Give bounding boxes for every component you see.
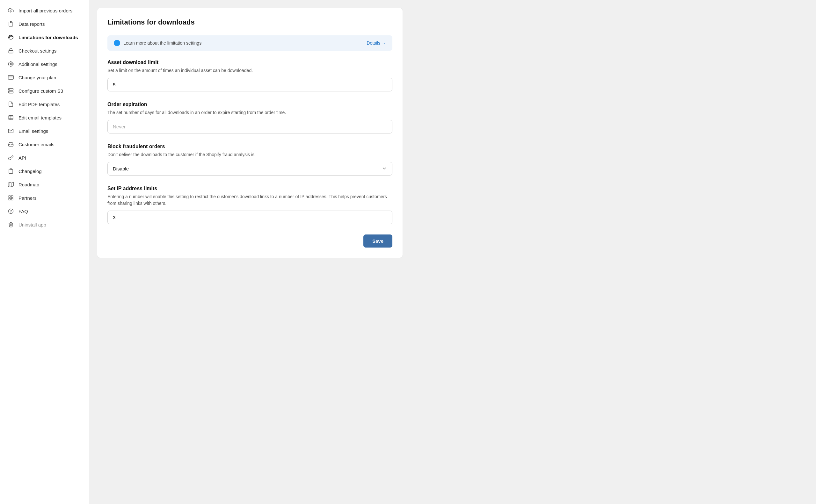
building-icon — [8, 195, 14, 201]
asset-download-limit-input[interactable] — [107, 78, 392, 91]
info-banner-text: Learn more about the limitation settings — [123, 40, 201, 46]
sections-container: Asset download limitSet a limit on the a… — [107, 60, 392, 224]
footer-actions: Save — [107, 234, 392, 248]
sidebar-item-import-orders[interactable]: Import all previous orders — [0, 4, 89, 17]
mail-icon — [8, 128, 14, 134]
svg-rect-21 — [11, 198, 13, 200]
sidebar-item-label: API — [18, 155, 26, 161]
sidebar-item-label: Configure custom S3 — [18, 88, 63, 94]
clipboard-icon — [8, 21, 14, 27]
svg-rect-10 — [9, 115, 13, 120]
main-content: Limitations for downloads i Learn more a… — [89, 0, 816, 504]
sidebar-item-edit-pdf[interactable]: Edit PDF templates — [0, 97, 89, 111]
sidebar-item-checkout-settings[interactable]: Checkout settings — [0, 44, 89, 57]
svg-rect-22 — [9, 198, 10, 200]
svg-point-3 — [10, 63, 12, 65]
hand-icon — [8, 34, 14, 40]
circle-question-icon — [8, 208, 14, 214]
sidebar-item-limitations[interactable]: Limitations for downloads — [0, 31, 89, 44]
sidebar-item-label: Data reports — [18, 21, 45, 27]
sidebar-item-label: FAQ — [18, 209, 28, 214]
section-order-expiration: Order expirationThe set number of days f… — [107, 102, 392, 133]
sidebar-item-email-settings[interactable]: Email settings — [0, 124, 89, 138]
sidebar-item-label: Partners — [18, 195, 37, 201]
svg-rect-19 — [9, 196, 10, 197]
key-icon — [8, 155, 14, 161]
sidebar-item-data-reports[interactable]: Data reports — [0, 17, 89, 31]
sidebar-item-label: Uninstall app — [18, 222, 46, 227]
section-description: Set a limit on the amount of times an in… — [107, 67, 392, 74]
section-title: Order expiration — [107, 102, 392, 107]
settings-card: Limitations for downloads i Learn more a… — [97, 8, 403, 258]
sidebar-item-label: Import all previous orders — [18, 8, 72, 13]
credit-card-icon — [8, 74, 14, 81]
sidebar-item-api[interactable]: API — [0, 151, 89, 164]
sidebar-item-label: Change your plan — [18, 75, 56, 80]
section-title: Asset download limit — [107, 60, 392, 65]
upload-icon — [8, 7, 14, 14]
server-icon — [8, 88, 14, 94]
map-icon — [8, 181, 14, 188]
save-button[interactable]: Save — [363, 234, 392, 248]
svg-rect-15 — [10, 169, 12, 170]
sidebar-item-additional-settings[interactable]: Additional settings — [0, 57, 89, 71]
sidebar-item-label: Edit email templates — [18, 115, 61, 120]
section-description: Entering a number will enable this setti… — [107, 193, 392, 207]
svg-rect-7 — [9, 91, 13, 93]
sidebar: Import all previous ordersData reportsLi… — [0, 0, 89, 504]
svg-rect-4 — [8, 76, 14, 79]
info-banner-left: i Learn more about the limitation settin… — [114, 40, 201, 46]
section-title: Block fraudulent orders — [107, 144, 392, 149]
sidebar-item-partners[interactable]: Partners — [0, 191, 89, 205]
sidebar-item-label: Checkout settings — [18, 48, 56, 54]
order-expiration-input[interactable] — [107, 120, 392, 133]
sidebar-item-customer-emails[interactable]: Customer emails — [0, 138, 89, 151]
sidebar-item-uninstall[interactable]: Uninstall app — [0, 218, 89, 231]
info-banner: i Learn more about the limitation settin… — [107, 35, 392, 51]
section-title: Set IP address limits — [107, 186, 392, 191]
svg-point-23 — [9, 209, 13, 214]
sidebar-item-faq[interactable]: FAQ — [0, 205, 89, 218]
inbox-icon — [8, 141, 14, 148]
sidebar-item-configure-s3[interactable]: Configure custom S3 — [0, 84, 89, 97]
lock-icon — [8, 47, 14, 54]
ip-address-limits-input[interactable] — [107, 211, 392, 224]
section-description: Don't deliver the downloads to the custo… — [107, 151, 392, 158]
gear-icon — [8, 61, 14, 67]
info-icon: i — [114, 40, 120, 46]
sidebar-item-label: Additional settings — [18, 61, 57, 67]
section-block-fraudulent: Block fraudulent ordersDon't deliver the… — [107, 144, 392, 176]
sidebar-item-label: Changelog — [18, 169, 42, 174]
block-fraudulent-select[interactable]: DisableMediumHigh — [107, 162, 392, 176]
page-title: Limitations for downloads — [107, 18, 392, 26]
section-description: The set number of days for all downloads… — [107, 109, 392, 116]
section-ip-address-limits: Set IP address limitsEntering a number w… — [107, 186, 392, 224]
details-link[interactable]: Details → — [366, 40, 386, 46]
sidebar-item-edit-email-templates[interactable]: Edit email templates — [0, 111, 89, 124]
sidebar-item-label: Customer emails — [18, 142, 54, 147]
sidebar-item-label: Limitations for downloads — [18, 35, 78, 40]
svg-rect-1 — [10, 22, 12, 23]
sidebar-item-changelog[interactable]: Changelog — [0, 164, 89, 178]
sidebar-item-label: Email settings — [18, 128, 48, 134]
sidebar-item-label: Edit PDF templates — [18, 102, 60, 107]
clipboard2-icon — [8, 168, 14, 174]
svg-rect-20 — [11, 196, 13, 197]
svg-marker-16 — [8, 182, 14, 187]
table-icon — [8, 114, 14, 121]
file-icon — [8, 101, 14, 107]
trash-icon — [8, 221, 14, 228]
section-asset-download-limit: Asset download limitSet a limit on the a… — [107, 60, 392, 91]
svg-rect-6 — [9, 89, 13, 90]
sidebar-item-change-plan[interactable]: Change your plan — [0, 71, 89, 84]
sidebar-item-roadmap[interactable]: Roadmap — [0, 178, 89, 191]
select-wrapper: DisableMediumHigh — [107, 162, 392, 176]
svg-rect-2 — [9, 50, 13, 53]
sidebar-item-label: Roadmap — [18, 182, 39, 187]
